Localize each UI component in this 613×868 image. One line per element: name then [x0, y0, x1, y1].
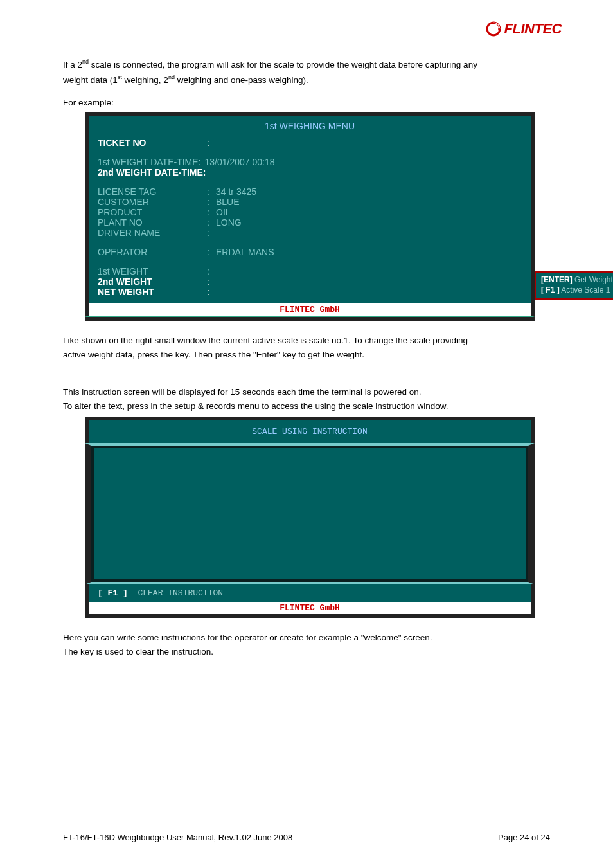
operator-label: OPERATOR [98, 247, 207, 257]
license-tag-value: 34 tr 3425 [216, 186, 522, 197]
terminal-screenshot-1: 1st WEIGHING MENU TICKET NO : 1st WEIGHT… [85, 112, 535, 321]
second-weight-label: 2nd WEIGHT [98, 276, 207, 287]
term1-footer: FLINTEC GmbH [85, 303, 535, 317]
page-footer: FT-16/FT-16D Weighbridge User Manual, Re… [63, 833, 550, 842]
first-weight-label: 1st WEIGHT [98, 266, 207, 276]
ticket-no-label: TICKET NO [98, 138, 207, 148]
term1-title: 1st WEIGHING MENU [98, 121, 522, 131]
plant-no-label: PLANT NO [98, 217, 207, 228]
intro-p2: weight data (1st weighing, 2nd weighing … [63, 73, 550, 86]
operator-value: ERDAL MANS [216, 247, 522, 257]
mid-p3: This instruction screen will be displaye… [63, 386, 550, 398]
plant-no-value: LONG [216, 217, 522, 228]
after-p1: Here you can write some instructions for… [63, 632, 550, 644]
first-dt-value: 13/01/2007 00:18 [205, 157, 522, 167]
term2-footer: FLINTEC GmbH [85, 602, 535, 614]
term2-title: SCALE USING INSTRUCTION [85, 417, 535, 443]
term1-side-hint: [ENTER] Get Weight [ F1 ] Active Scale 1 [535, 271, 613, 299]
after-p2: The key is used to clear the instruction… [63, 646, 550, 658]
logo-icon [485, 21, 502, 37]
net-weight-label: NET WEIGHT [98, 287, 207, 297]
customer-label: CUSTOMER [98, 197, 207, 207]
second-dt-label: 2nd WEIGHT DATE-TIME: [98, 167, 206, 177]
license-tag-label: LICENSE TAG [98, 186, 207, 197]
footer-left: FT-16/FT-16D Weighbridge User Manual, Re… [63, 833, 292, 842]
customer-value: BLUE [216, 197, 522, 207]
terminal-screenshot-2: SCALE USING INSTRUCTION [ F1 ] CLEAR INS… [85, 417, 535, 618]
brand-logo: FLINTEC [485, 21, 562, 37]
intro-p1: If a 2nd scale is connected, the program… [63, 58, 550, 71]
driver-name-label: DRIVER NAME [98, 228, 207, 238]
term2-f1-row: [ F1 ] CLEAR INSTRUCTION [85, 584, 535, 602]
for-example: For example: [63, 97, 550, 109]
mid-p4: To alter the text, press in the setup & … [63, 401, 550, 412]
footer-right: Page 24 of 24 [498, 833, 550, 842]
term2-body [85, 443, 535, 584]
product-value: OIL [216, 207, 522, 217]
mid-p1: Like shown on the right small window the… [63, 335, 550, 347]
brand-text: FLINTEC [504, 21, 562, 37]
product-label: PRODUCT [98, 207, 207, 217]
first-dt-label: 1st WEIGHT DATE-TIME: [98, 157, 201, 167]
mid-p2: active weight data, press the key. Then … [63, 349, 550, 361]
